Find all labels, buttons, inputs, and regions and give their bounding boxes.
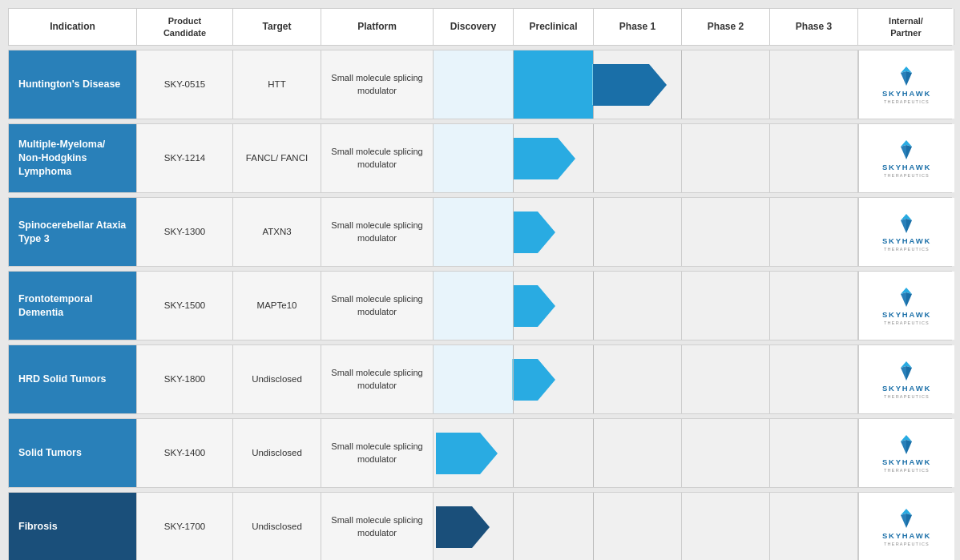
partner-col: SKYHAWK THERAPEUTICS: [858, 198, 954, 266]
col-phase3: Phase 3: [770, 9, 858, 45]
preclinical-col: [514, 198, 594, 266]
phase2-col: [682, 50, 770, 119]
phase1-col: [594, 198, 682, 266]
col-indication: Indication: [9, 9, 137, 45]
indication-cell: Huntington's Disease: [9, 50, 137, 119]
skyhawk-logo: SKYHAWK THERAPEUTICS: [882, 139, 931, 178]
logo-icon: [894, 139, 918, 161]
target-cell: ATXN3: [233, 198, 321, 266]
table-row: Huntington's Disease SKY-0515 HTT Small …: [8, 50, 952, 119]
phase2-col: [682, 198, 770, 266]
partner-col: SKYHAWK THERAPEUTICS: [858, 419, 954, 487]
logo-name: SKYHAWK: [882, 531, 931, 540]
indication-cell: Multiple-Myeloma/ Non-Hodgkins Lymphoma: [9, 124, 137, 192]
phase3-col: [770, 198, 858, 266]
product-cell: SKY-1300: [137, 198, 233, 266]
logo-sub: THERAPEUTICS: [884, 173, 930, 178]
table-header: Indication ProductCandidate Target Platf…: [8, 8, 952, 46]
logo-name: SKYHAWK: [882, 310, 931, 319]
partner-col: SKYHAWK THERAPEUTICS: [858, 124, 954, 192]
logo-sub: THERAPEUTICS: [884, 247, 930, 252]
col-discovery: Discovery: [434, 9, 514, 45]
preclinical-col: [514, 272, 594, 340]
preclinical-col: [514, 345, 594, 413]
platform-cell: Small molecule splicing modulator: [321, 198, 434, 266]
svg-marker-16: [906, 440, 912, 454]
logo-name: SKYHAWK: [882, 457, 931, 466]
svg-marker-20: [901, 514, 906, 528]
logo-name: SKYHAWK: [882, 384, 931, 393]
col-phase1: Phase 1: [594, 9, 682, 45]
svg-marker-11: [901, 292, 906, 307]
phase1-col: [594, 50, 682, 119]
svg-marker-8: [901, 219, 906, 233]
svg-marker-7: [906, 219, 912, 233]
platform-cell: Small molecule splicing modulator: [321, 124, 434, 192]
phase1-col: [594, 124, 682, 192]
indication-text: Fibrosis: [18, 520, 58, 534]
partner-col: SKYHAWK THERAPEUTICS: [858, 272, 954, 340]
discovery-col: [434, 493, 514, 560]
logo-icon: [894, 433, 918, 456]
platform-cell: Small molecule splicing modulator: [321, 50, 434, 119]
target-cell: FANCL/ FANCI: [233, 124, 321, 192]
phase3-col: [770, 493, 858, 560]
phase3-col: [770, 124, 858, 192]
table-body: Huntington's Disease SKY-0515 HTT Small …: [8, 50, 952, 560]
phase1-col: [594, 493, 682, 560]
product-cell: SKY-1700: [137, 493, 233, 560]
table-row: Multiple-Myeloma/ Non-Hodgkins Lymphoma …: [8, 123, 952, 193]
platform-cell: Small molecule splicing modulator: [321, 493, 434, 560]
indication-cell: Solid Tumors: [9, 419, 137, 487]
svg-marker-13: [906, 366, 912, 381]
phase2-col: [682, 345, 770, 413]
platform-cell: Small molecule splicing modulator: [321, 419, 434, 487]
table-row: Solid Tumors SKY-1400 Undisclosed Small …: [8, 418, 952, 488]
product-cell: SKY-1400: [137, 419, 233, 487]
phase3-col: [770, 345, 858, 413]
phase1-col: [594, 345, 682, 413]
discovery-col: [434, 345, 514, 413]
indication-cell: Spinocerebellar Ataxia Type 3: [9, 198, 137, 266]
svg-marker-5: [901, 145, 906, 159]
logo-name: SKYHAWK: [882, 236, 931, 245]
discovery-col: [434, 272, 514, 340]
logo-sub: THERAPEUTICS: [884, 542, 930, 546]
preclinical-col: [514, 50, 594, 119]
preclinical-col: [514, 493, 594, 560]
indication-text: Frontotemporal Dementia: [18, 292, 127, 320]
indication-cell: Frontotemporal Dementia: [9, 272, 137, 340]
preclinical-col: [514, 124, 594, 192]
platform-cell: Small molecule splicing modulator: [321, 345, 434, 413]
product-cell: SKY-1500: [137, 272, 233, 340]
indication-text: HRD Solid Tumors: [18, 373, 107, 386]
phase3-col: [770, 419, 858, 487]
table-row: Spinocerebellar Ataxia Type 3 SKY-1300 A…: [8, 197, 952, 267]
target-cell: Undisclosed: [233, 493, 321, 560]
logo-sub: THERAPEUTICS: [884, 468, 930, 473]
col-phase2: Phase 2: [682, 9, 770, 45]
indication-text: Spinocerebellar Ataxia Type 3: [18, 219, 127, 246]
indication-cell: HRD Solid Tumors: [9, 345, 137, 413]
product-cell: SKY-1800: [137, 345, 233, 413]
svg-marker-4: [906, 145, 912, 159]
skyhawk-logo: SKYHAWK THERAPEUTICS: [882, 360, 931, 399]
col-product: ProductCandidate: [137, 9, 233, 45]
svg-marker-19: [906, 514, 912, 528]
main-table: Indication ProductCandidate Target Platf…: [0, 0, 960, 560]
logo-sub: THERAPEUTICS: [884, 394, 930, 399]
target-cell: MAPTe10: [233, 272, 321, 340]
logo-icon: [894, 65, 918, 87]
logo-icon: [894, 286, 918, 308]
product-cell: SKY-1214: [137, 124, 233, 192]
target-cell: Undisclosed: [233, 345, 321, 413]
logo-name: SKYHAWK: [882, 163, 931, 171]
svg-marker-10: [906, 292, 912, 307]
indication-text: Solid Tumors: [18, 446, 82, 460]
table-row: HRD Solid Tumors SKY-1800 Undisclosed Sm…: [8, 344, 952, 414]
col-preclinical: Preclinical: [514, 9, 594, 45]
discovery-col: [434, 419, 514, 487]
phase2-col: [682, 493, 770, 560]
logo-icon: [894, 360, 918, 382]
phase1-col: [594, 272, 682, 340]
